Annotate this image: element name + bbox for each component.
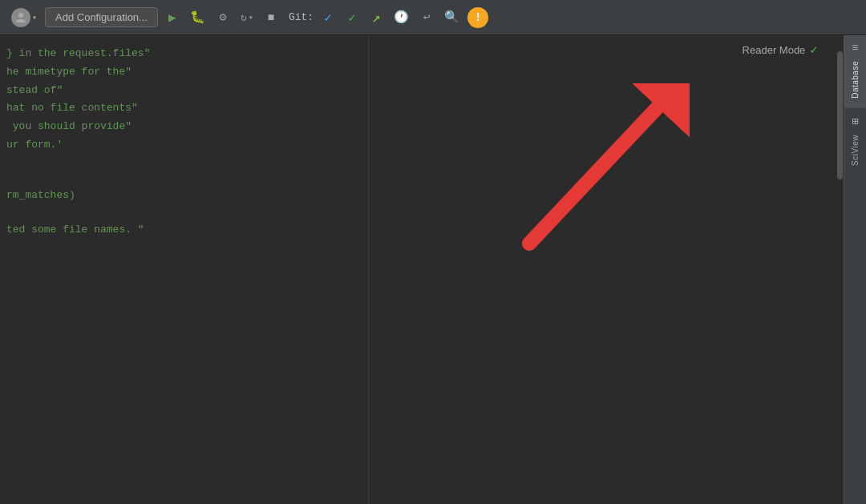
reader-mode-check-icon[interactable]: ✓: [810, 42, 818, 58]
code-line: } in the request.files": [6, 45, 368, 63]
update-button[interactable]: !: [467, 7, 488, 28]
sciview-tab[interactable]: ⊞ SciView: [844, 108, 867, 175]
coverage-icon[interactable]: ⚙: [213, 6, 233, 28]
database-tab[interactable]: ≡ Database: [844, 35, 867, 108]
code-line: rm_matches): [6, 187, 368, 205]
editor-panel: } in the request.files" he mimetype for …: [0, 35, 369, 504]
code-line-empty: [6, 155, 368, 171]
svg-line-2: [529, 107, 658, 244]
code-line: he mimetype for the": [6, 63, 368, 82]
avatar-button[interactable]: ▾: [8, 6, 40, 29]
avatar-chevron-icon: ▾: [32, 13, 37, 22]
side-tabs: ≡ Database ⊞ SciView: [844, 35, 866, 504]
sciview-icon: ⊞: [852, 115, 858, 128]
git-arrow-icon[interactable]: ↗: [366, 6, 386, 30]
add-configuration-button[interactable]: Add Configuration...: [45, 7, 158, 27]
reader-mode-label: Reader Mode: [743, 44, 806, 56]
stop-icon[interactable]: ■: [261, 8, 281, 27]
code-line: stead of": [6, 82, 368, 100]
reader-mode-bar: Reader Mode ✓: [369, 35, 866, 64]
git-check-green-icon[interactable]: ✓: [342, 6, 362, 29]
database-tab-label: Database: [851, 58, 860, 102]
annotation-arrow: [465, 83, 690, 260]
code-line: hat no file contents": [6, 99, 368, 118]
debug-icon[interactable]: 🐛: [187, 6, 208, 28]
git-check-blue-icon[interactable]: ✓: [318, 6, 338, 29]
avatar: [11, 8, 30, 27]
code-line-empty: [6, 205, 368, 221]
main-area: } in the request.files" he mimetype for …: [0, 35, 866, 504]
search-icon[interactable]: 🔍: [441, 6, 463, 28]
right-panel: Reader Mode ✓ ≡ Database ⊞: [369, 35, 866, 504]
git-label: Git:: [289, 11, 314, 23]
run-icon[interactable]: ▶: [163, 6, 182, 29]
code-line: ted some file names. ": [6, 221, 368, 240]
scrollbar[interactable]: [836, 35, 844, 504]
scrollbar-thumb[interactable]: [837, 51, 843, 179]
sciview-tab-label: SciView: [851, 131, 860, 169]
code-line-empty: [6, 171, 368, 187]
run-dropdown-icon[interactable]: ↻▾: [237, 8, 257, 27]
code-line: ur form.': [6, 136, 368, 155]
database-icon: ≡: [852, 42, 858, 54]
history-icon[interactable]: 🕐: [391, 6, 412, 28]
toolbar: ▾ Add Configuration... ▶ 🐛 ⚙ ↻▾ ■ Git: ✓…: [0, 0, 866, 35]
svg-point-0: [18, 13, 23, 18]
undo-icon[interactable]: ↩: [417, 6, 436, 28]
code-line: you should provide": [6, 118, 368, 136]
